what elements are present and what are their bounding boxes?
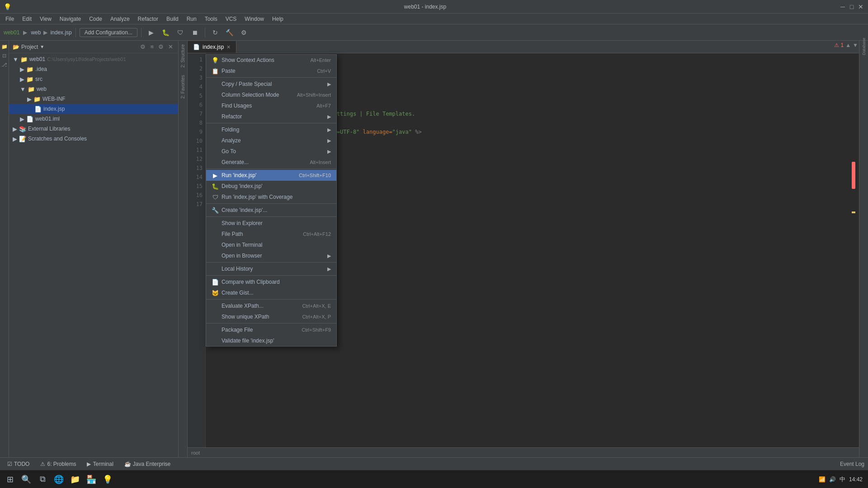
ctx-validate-file[interactable]: Validate file 'index.jsp': [206, 335, 336, 346]
explorer-taskbar-button[interactable]: 📁: [67, 471, 83, 488]
sync-button[interactable]: ⚙: [139, 43, 147, 51]
tab-indexjsp[interactable]: 📄 index.jsp ✕: [188, 41, 236, 53]
debug-button[interactable]: 🐛: [160, 26, 172, 39]
settings-button[interactable]: ⚙: [238, 26, 250, 39]
menu-help[interactable]: Help: [269, 15, 287, 23]
ctx-package-file[interactable]: Package File Ctrl+Shift+F9: [206, 324, 336, 335]
tab-close-button[interactable]: ✕: [226, 44, 231, 50]
tree-item-web01[interactable]: ▼ 📁 web01 C:\Users\ysy18\IdeaProjects\we…: [9, 54, 178, 64]
start-button[interactable]: ⊞: [2, 471, 18, 488]
create-icon: 🔧: [212, 206, 219, 214]
menu-view[interactable]: View: [36, 15, 55, 23]
ctx-copy-paste-special[interactable]: Copy / Paste Special ▶: [206, 79, 336, 89]
title-bar: 💡 web01 - index.jsp ─ □ ✕: [0, 0, 868, 14]
ctx-debug-indexjsp[interactable]: 🐛 Debug 'index.jsp': [206, 181, 336, 192]
menu-analyze[interactable]: Analyze: [107, 15, 133, 23]
ctx-create-gist[interactable]: 🐱 Create Gist...: [206, 287, 336, 298]
structure-label[interactable]: 2: Structure: [179, 41, 186, 71]
tab-terminal[interactable]: ▶ Terminal: [83, 460, 117, 468]
ctx-folding[interactable]: Folding ▶: [206, 124, 336, 135]
favorites-label[interactable]: 2: Favorites: [179, 71, 186, 102]
ctx-evaluate-xpath[interactable]: Evaluate XPath... Ctrl+Alt+X, E: [206, 300, 336, 311]
intellij-button[interactable]: 💡: [99, 471, 116, 488]
coverage-button[interactable]: 🛡: [174, 26, 187, 39]
run-icon: ▶: [212, 172, 219, 179]
update-button[interactable]: ↻: [209, 26, 222, 39]
ctx-local-history[interactable]: Local History ▶: [206, 263, 336, 274]
ctx-column-selection[interactable]: Column Selection Mode Alt+Shift+Insert: [206, 89, 336, 100]
store-button[interactable]: 🏪: [83, 471, 99, 488]
ctx-compare-clipboard[interactable]: 📄 Compare with Clipboard: [206, 277, 336, 287]
tree-item-web[interactable]: ▼ 📁 web: [9, 84, 178, 94]
ctx-show-explorer[interactable]: Show in Explorer: [206, 218, 336, 229]
stop-button[interactable]: ⏹: [189, 26, 201, 39]
project-panel: 📂 Project ▼ ⚙ ≡ ⚙ ✕ ▼ 📁 web01 C:\Users\y…: [9, 41, 179, 457]
menu-vcs[interactable]: VCS: [222, 15, 241, 23]
add-configuration-button[interactable]: Add Configuration...: [80, 28, 137, 37]
goto-icon: [212, 148, 219, 155]
nav-up-icon[interactable]: ▲: [845, 42, 851, 48]
ctx-run-coverage[interactable]: 🛡 Run 'index.jsp' with Coverage: [206, 192, 336, 202]
maximize-button[interactable]: □: [848, 3, 855, 10]
menu-file[interactable]: File: [2, 15, 18, 23]
tab-todo[interactable]: ☑ TODO: [4, 460, 33, 468]
build-button[interactable]: 🔨: [223, 26, 236, 39]
structure-icon[interactable]: ⊡: [0, 52, 9, 60]
ctx-goto[interactable]: Go To ▶: [206, 146, 336, 157]
ctx-separator-4: [206, 203, 336, 204]
menu-edit[interactable]: Edit: [19, 15, 35, 23]
ctx-run-indexjsp[interactable]: ▶ Run 'index.jsp' Ctrl+Shift+F10: [206, 170, 336, 181]
vcs-icon[interactable]: ⎇: [0, 61, 9, 69]
ctx-paste[interactable]: 📋 Paste Ctrl+V: [206, 66, 336, 76]
menu-tools[interactable]: Tools: [201, 15, 221, 23]
ctx-create-indexjsp[interactable]: 🔧 Create 'index.jsp'...: [206, 205, 336, 216]
ctx-generate[interactable]: Generate... Alt+Insert: [206, 157, 336, 168]
ime-label[interactable]: 中: [840, 475, 845, 483]
menu-window[interactable]: Window: [241, 15, 268, 23]
tree-item-scratches[interactable]: ▶ 📝 Scratches and Consoles: [9, 134, 178, 144]
tree-item-webinf[interactable]: ▶ 📁 WEB-INF: [9, 94, 178, 104]
sound-icon[interactable]: 🔊: [829, 476, 836, 483]
tree-item-web01iml[interactable]: ▶ 📄 web01.iml: [9, 114, 178, 124]
refactor-icon: [212, 113, 219, 120]
menu-code[interactable]: Code: [85, 15, 106, 23]
taskbar-right: 📶 🔊 中 14:42: [819, 475, 866, 483]
search-button[interactable]: 🔍: [18, 471, 34, 488]
tree-item-external-libraries[interactable]: ▶ 📚 External Libraries: [9, 124, 178, 134]
collapse-button[interactable]: ≡: [149, 43, 155, 51]
analyze-icon: [212, 137, 219, 144]
edge-button[interactable]: 🌐: [51, 471, 67, 488]
menu-navigate[interactable]: Navigate: [56, 15, 85, 23]
taskview-button[interactable]: ⧉: [34, 471, 51, 488]
tree-item-src[interactable]: ▶ 📁 src: [9, 74, 178, 84]
nav-down-icon[interactable]: ▼: [853, 42, 858, 48]
ctx-show-context-actions[interactable]: 💡 Show Context Actions Alt+Enter: [206, 55, 336, 66]
ctx-file-path[interactable]: File Path Ctrl+Alt+F12: [206, 229, 336, 239]
tab-java-enterprise[interactable]: ☕ Java Enterprise: [121, 460, 174, 468]
close-button[interactable]: ✕: [857, 3, 864, 10]
ctx-open-terminal[interactable]: Open in Terminal: [206, 239, 336, 250]
minimize-button[interactable]: ─: [839, 3, 846, 10]
tree-item-indexjsp[interactable]: 📄 index.jsp: [9, 104, 178, 114]
menu-build[interactable]: Build: [163, 15, 182, 23]
tab-icon: 📄: [193, 44, 200, 50]
main-layout: 📁 ⊡ ⎇ 📂 Project ▼ ⚙ ≡ ⚙ ✕ ▼ 📁 web: [0, 41, 868, 457]
menu-refactor[interactable]: Refactor: [134, 15, 162, 23]
event-log-label[interactable]: Event Log: [840, 461, 864, 467]
run-button[interactable]: ▶: [145, 26, 158, 39]
tree-item-idea[interactable]: ▶ 📁 .idea: [9, 64, 178, 74]
ctx-find-usages[interactable]: Find Usages Alt+F7: [206, 100, 336, 111]
project-dropdown-icon[interactable]: ▼: [40, 44, 44, 49]
taskbar-time[interactable]: 14:42: [849, 476, 863, 483]
project-icon[interactable]: 📁: [0, 42, 9, 51]
ctx-analyze[interactable]: Analyze ▶: [206, 135, 336, 146]
close-panel-button[interactable]: ✕: [167, 43, 175, 51]
network-icon[interactable]: 📶: [819, 476, 826, 483]
database-label[interactable]: Database: [860, 42, 868, 51]
ctx-open-browser[interactable]: Open in Browser ▶: [206, 250, 336, 261]
settings-button-project[interactable]: ⚙: [157, 43, 165, 51]
ctx-refactor[interactable]: Refactor ▶: [206, 111, 336, 122]
ctx-show-xpath[interactable]: Show unique XPath Ctrl+Alt+X, P: [206, 311, 336, 322]
tab-problems[interactable]: ⚠ 6: Problems: [37, 460, 80, 468]
menu-run[interactable]: Run: [183, 15, 200, 23]
